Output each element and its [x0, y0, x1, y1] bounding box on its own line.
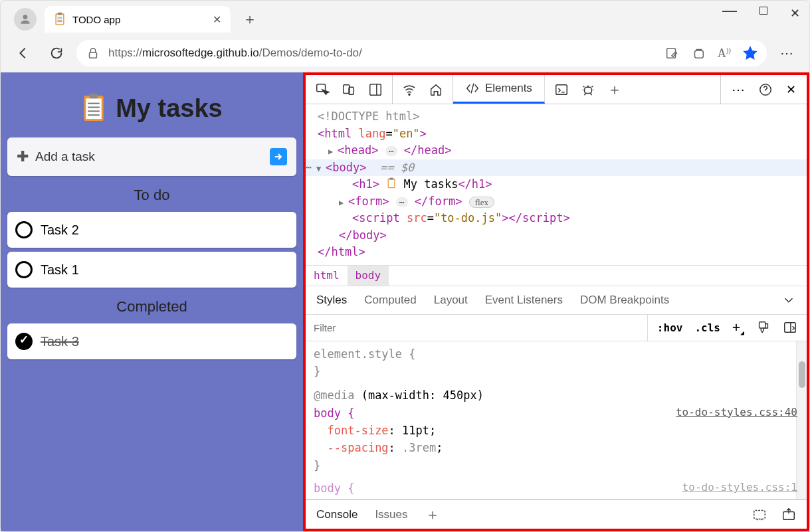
- tab-layout[interactable]: Layout: [434, 294, 468, 307]
- task-label: Task 2: [41, 222, 79, 238]
- drawer-add-tab[interactable]: ＋: [425, 505, 440, 525]
- task-row[interactable]: Task 2: [7, 212, 296, 248]
- cls-button[interactable]: .cls: [694, 321, 720, 334]
- breadcrumb-item[interactable]: html: [306, 266, 348, 286]
- address-bar[interactable]: https://microsoftedge.github.io/Demos/de…: [76, 40, 767, 66]
- svg-point-0: [23, 15, 28, 19]
- favorite-star-icon[interactable]: [743, 46, 758, 60]
- svg-rect-21: [370, 84, 381, 95]
- svg-rect-3: [58, 13, 62, 15]
- svg-point-23: [409, 94, 410, 95]
- close-tab-icon[interactable]: ✕: [213, 13, 221, 26]
- refresh-button[interactable]: [43, 40, 70, 66]
- submit-task-button[interactable]: [270, 148, 287, 165]
- inspect-element-icon[interactable]: [315, 82, 330, 97]
- source-link[interactable]: to-do-styles.css:40: [676, 404, 797, 421]
- edit-page-icon[interactable]: [664, 46, 679, 60]
- paint-icon[interactable]: [756, 320, 771, 335]
- clipboard-icon: [81, 94, 106, 123]
- svg-rect-29: [390, 178, 393, 180]
- plus-icon: ✚: [17, 148, 29, 165]
- lock-icon: [86, 46, 100, 60]
- task-label: Task 1: [41, 262, 79, 278]
- url-text: https://microsoftedge.github.io/Demos/de…: [108, 46, 362, 60]
- source-link[interactable]: to-do-styles.css:1: [682, 480, 797, 496]
- toolbar: https://microsoftedge.github.io/Demos/de…: [1, 34, 809, 72]
- task-checkbox[interactable]: [15, 261, 33, 278]
- devtools-drawer: Console Issues ＋: [306, 499, 807, 529]
- svg-rect-13: [90, 94, 98, 98]
- tab-dom-breakpoints[interactable]: DOM Breakpoints: [580, 294, 669, 307]
- maximize-button[interactable]: [759, 6, 767, 23]
- read-aloud-icon[interactable]: A)): [718, 46, 731, 60]
- svg-rect-25: [584, 87, 591, 93]
- task-label: Task 3: [41, 334, 79, 349]
- drawer-dock-icon[interactable]: [752, 507, 767, 522]
- task-row[interactable]: Task 1: [7, 252, 296, 288]
- tab-computed[interactable]: Computed: [364, 294, 416, 307]
- section-header-todo: To do: [7, 187, 296, 204]
- task-checkbox[interactable]: [15, 333, 33, 350]
- styles-filter-input[interactable]: [306, 315, 647, 341]
- add-task-placeholder: Add a task: [35, 149, 95, 164]
- svg-rect-12: [86, 98, 101, 119]
- completed-list: Task 3: [7, 323, 296, 359]
- svg-rect-24: [556, 84, 567, 94]
- settings-menu-button[interactable]: ⋯: [773, 45, 800, 61]
- svg-rect-10: [694, 50, 703, 58]
- styles-rules[interactable]: element.style { } @media (max-width: 450…: [306, 341, 807, 500]
- tab-event-listeners[interactable]: Event Listeners: [485, 294, 563, 307]
- titlebar: TODO app ✕ ＋ — ✕: [1, 1, 809, 34]
- drawer-expand-icon[interactable]: [781, 507, 796, 522]
- clipboard-icon: [54, 12, 66, 27]
- computed-toggle-icon[interactable]: [783, 320, 797, 335]
- chevron-down-icon[interactable]: [781, 293, 796, 308]
- add-task-input[interactable]: ✚ Add a task: [7, 137, 296, 176]
- close-window-button[interactable]: ✕: [790, 6, 800, 23]
- svg-rect-8: [90, 52, 97, 58]
- help-icon[interactable]: [758, 82, 773, 97]
- dock-icon[interactable]: [368, 82, 383, 97]
- section-header-completed: Completed: [7, 298, 296, 315]
- task-row[interactable]: Task 3: [7, 323, 296, 359]
- dom-tree[interactable]: <!DOCTYPE html> <html lang="en"> ▶<head>…: [306, 104, 807, 265]
- code-icon: [465, 81, 480, 96]
- window-controls: — ✕: [722, 6, 800, 23]
- svg-rect-2: [56, 15, 63, 24]
- drawer-tab-console[interactable]: Console: [316, 508, 357, 521]
- device-toggle-icon[interactable]: [342, 82, 356, 97]
- issues-icon[interactable]: [581, 82, 595, 97]
- drawer-tab-issues[interactable]: Issues: [375, 508, 407, 521]
- collections-icon[interactable]: [691, 46, 706, 60]
- minimize-button[interactable]: —: [722, 2, 737, 19]
- devtools-tabbar: Elements ＋ ⋯ ✕: [306, 75, 807, 104]
- styles-toolbar: :hov .cls +◢: [306, 315, 807, 341]
- tab-styles[interactable]: Styles: [316, 294, 347, 307]
- hov-button[interactable]: :hov: [657, 321, 683, 334]
- todo-list: Task 2 Task 1: [7, 212, 296, 288]
- new-style-rule-button[interactable]: +◢: [732, 319, 744, 336]
- close-devtools-icon[interactable]: ✕: [786, 82, 796, 97]
- devtools-panel: Elements ＋ ⋯ ✕ <!DOCTYPE html> <html lan…: [303, 72, 809, 531]
- svg-rect-32: [754, 510, 765, 519]
- clipboard-icon: [386, 177, 397, 189]
- svg-rect-30: [759, 322, 765, 328]
- browser-tab[interactable]: TODO app ✕: [45, 6, 231, 33]
- network-conditions-icon[interactable]: [402, 82, 417, 97]
- task-checkbox[interactable]: [15, 221, 33, 238]
- tab-title: TODO app: [72, 14, 120, 25]
- welcome-icon[interactable]: [429, 82, 443, 97]
- svg-rect-28: [389, 180, 394, 187]
- devtools-settings-icon[interactable]: ⋯: [732, 82, 745, 98]
- new-tab-button[interactable]: ＋: [237, 9, 262, 29]
- back-button[interactable]: [10, 40, 37, 66]
- console-shortcut-icon[interactable]: [554, 82, 569, 97]
- dom-breadcrumb[interactable]: html body: [306, 265, 807, 286]
- more-tabs-button[interactable]: ＋: [607, 80, 622, 100]
- styles-tabs: Styles Computed Layout Event Listeners D…: [306, 286, 807, 315]
- breadcrumb-item[interactable]: body: [348, 266, 389, 286]
- scrollbar[interactable]: [796, 341, 807, 499]
- profile-button[interactable]: [14, 8, 37, 31]
- dom-node-body[interactable]: ▼<body> == $0: [306, 159, 807, 177]
- tab-elements[interactable]: Elements: [453, 75, 545, 104]
